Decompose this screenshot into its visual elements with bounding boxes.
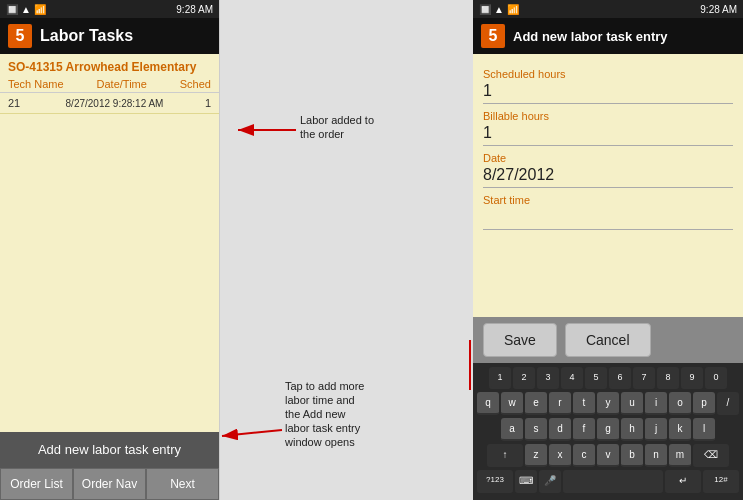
table-header: Tech Name Date/Time Sched: [0, 76, 219, 93]
kb-key-9[interactable]: 9: [681, 367, 703, 389]
kb-row-numbers: 1 2 3 4 5 6 7 8 9 0: [475, 367, 741, 389]
next-button[interactable]: Next: [146, 468, 219, 500]
kb-enter-key[interactable]: ↵: [665, 470, 701, 493]
kb-key-7[interactable]: 7: [633, 367, 655, 389]
right-signal-icon: 📶: [507, 4, 519, 15]
row-tech: 21: [8, 97, 38, 109]
row-date: 8/27/2012 9:28:12 AM: [38, 98, 191, 109]
left-title-bar: 5 Labor Tasks: [0, 18, 219, 54]
kb-key-y[interactable]: y: [597, 392, 619, 415]
kb-123-key[interactable]: ?123: [477, 470, 513, 493]
kb-key-x[interactable]: x: [549, 444, 571, 467]
kb-key-b[interactable]: b: [621, 444, 643, 467]
right-status-icons: 🔲 ▲ 📶: [479, 4, 519, 15]
right-status-right: 9:28 AM: [700, 4, 737, 15]
kb-backspace-key[interactable]: ⌫: [693, 444, 729, 467]
right-wifi-icon: ▲: [494, 4, 504, 15]
kb-key-h[interactable]: h: [621, 418, 643, 441]
right-status-bar: 🔲 ▲ 📶 9:28 AM: [473, 0, 743, 18]
kb-key-w[interactable]: w: [501, 392, 523, 415]
annotation-labor-added-line1: Labor added to: [300, 114, 374, 126]
order-list-button[interactable]: Order List: [0, 468, 73, 500]
kb-key-j[interactable]: j: [645, 418, 667, 441]
right-logo: 5: [481, 24, 505, 48]
left-logo: 5: [8, 24, 32, 48]
row-sched: 1: [191, 97, 211, 109]
kb-key-o[interactable]: o: [669, 392, 691, 415]
kb-key-n[interactable]: n: [645, 444, 667, 467]
kb-key-g[interactable]: g: [597, 418, 619, 441]
kb-row-asdf: a s d f g h j k l: [475, 418, 741, 441]
kb-key-6[interactable]: 6: [609, 367, 631, 389]
kb-keyboard-icon[interactable]: ⌨: [515, 470, 537, 493]
form-buttons: Save Cancel: [473, 317, 743, 363]
kb-mic-key[interactable]: 🎤: [539, 470, 561, 493]
kb-key-4[interactable]: 4: [561, 367, 583, 389]
col-sched-header: Sched: [180, 78, 211, 90]
left-status-icons: 🔲 ▲ 📶: [6, 4, 46, 15]
kb-key-q[interactable]: q: [477, 392, 499, 415]
kb-key-0[interactable]: 0: [705, 367, 727, 389]
kb-key-l[interactable]: l: [693, 418, 715, 441]
col-date-header: Date/Time: [97, 78, 147, 90]
kb-key-i[interactable]: i: [645, 392, 667, 415]
annotation-tap-line4: labor task entry: [285, 422, 361, 434]
kb-key-1[interactable]: 1: [489, 367, 511, 389]
annotation-tap-line2: labor time and: [285, 394, 355, 406]
kb-key-t[interactable]: t: [573, 392, 595, 415]
left-spacer: [0, 114, 219, 432]
kb-num-sym-key[interactable]: 12#: [703, 470, 739, 493]
order-nav-button[interactable]: Order Nav: [73, 468, 146, 500]
kb-key-8[interactable]: 8: [657, 367, 679, 389]
kb-key-d[interactable]: d: [549, 418, 571, 441]
kb-key-z[interactable]: z: [525, 444, 547, 467]
cancel-button[interactable]: Cancel: [565, 323, 651, 357]
kb-key-v[interactable]: v: [597, 444, 619, 467]
kb-space-key[interactable]: [563, 470, 663, 493]
left-time: 9:28 AM: [176, 4, 213, 15]
arrow-tap-add: [222, 430, 282, 436]
left-title: Labor Tasks: [40, 27, 133, 45]
kb-row-bottom: ?123 ⌨ 🎤 ↵ 12#: [475, 470, 741, 493]
col-tech-header: Tech Name: [8, 78, 64, 90]
billable-hours-value[interactable]: 1: [483, 124, 733, 146]
table-row: 21 8/27/2012 9:28:12 AM 1: [0, 93, 219, 114]
notification-icon: 🔲: [6, 4, 18, 15]
start-time-value[interactable]: [483, 208, 733, 230]
billable-hours-label: Billable hours: [483, 110, 733, 122]
kb-key-5[interactable]: 5: [585, 367, 607, 389]
date-label: Date: [483, 152, 733, 164]
form-area: Scheduled hours 1 Billable hours 1 Date …: [473, 54, 743, 317]
annotation-tap-line3: the Add new: [285, 408, 346, 420]
kb-key-u[interactable]: u: [621, 392, 643, 415]
wifi-icon: ▲: [21, 4, 31, 15]
kb-key-f[interactable]: f: [573, 418, 595, 441]
kb-key-slash[interactable]: /: [717, 392, 739, 415]
kb-key-c[interactable]: c: [573, 444, 595, 467]
add-labor-task-button[interactable]: Add new labor task entry: [0, 432, 219, 467]
annotation-labor-added-line2: the order: [300, 128, 344, 140]
kb-key-r[interactable]: r: [549, 392, 571, 415]
right-title: Add new labor task entry: [513, 29, 668, 44]
date-value[interactable]: 8/27/2012: [483, 166, 733, 188]
kb-key-3[interactable]: 3: [537, 367, 559, 389]
start-time-label: Start time: [483, 194, 733, 206]
order-info: SO-41315 Arrowhead Elementary: [0, 54, 219, 76]
left-status-right: 9:28 AM: [176, 4, 213, 15]
kb-key-p[interactable]: p: [693, 392, 715, 415]
kb-shift-key[interactable]: ↑: [487, 444, 523, 467]
kb-key-e[interactable]: e: [525, 392, 547, 415]
scheduled-hours-value[interactable]: 1: [483, 82, 733, 104]
save-button[interactable]: Save: [483, 323, 557, 357]
bottom-nav: Order List Order Nav Next: [0, 467, 219, 500]
right-notification-icon: 🔲: [479, 4, 491, 15]
right-title-bar: 5 Add new labor task entry: [473, 18, 743, 54]
annotation-tap-line5: window opens: [284, 436, 355, 448]
kb-key-k[interactable]: k: [669, 418, 691, 441]
kb-key-s[interactable]: s: [525, 418, 547, 441]
kb-key-a[interactable]: a: [501, 418, 523, 441]
kb-key-m[interactable]: m: [669, 444, 691, 467]
right-panel: 🔲 ▲ 📶 9:28 AM 5 Add new labor task entry…: [473, 0, 743, 500]
kb-key-2[interactable]: 2: [513, 367, 535, 389]
kb-row-zxcv: ↑ z x c v b n m ⌫: [475, 444, 741, 467]
